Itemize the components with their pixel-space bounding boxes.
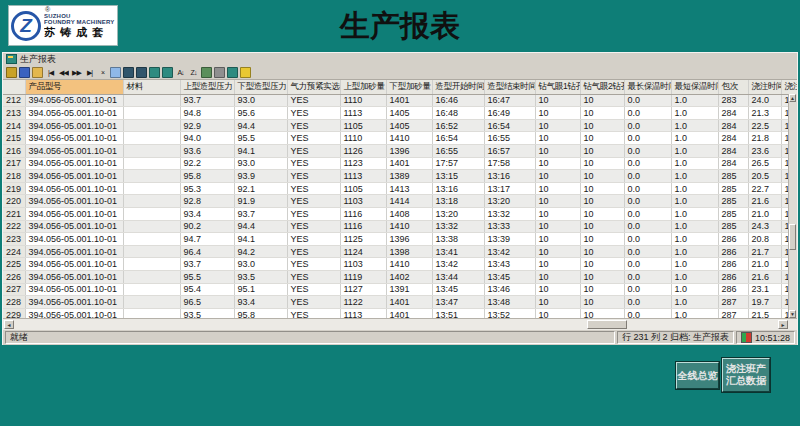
cell[interactable]: 16:54	[432, 132, 484, 145]
cell[interactable]: 394.056-05.001.10-01	[25, 157, 123, 170]
cell[interactable]: 22.7	[748, 182, 781, 195]
cell[interactable]	[123, 271, 180, 284]
cell[interactable]: 1.0	[671, 258, 718, 271]
cell[interactable]: 1.0	[671, 220, 718, 233]
fast-prev-icon[interactable]: ◀◀	[58, 67, 69, 78]
key-icon[interactable]	[6, 67, 17, 78]
cell[interactable]: 95.6	[234, 107, 287, 120]
cell[interactable]: 394.056-05.001.10-01	[25, 258, 123, 271]
cell[interactable]: YES	[287, 233, 340, 246]
cell[interactable]: 394.056-05.001.10-01	[25, 245, 123, 258]
cell[interactable]: 13:32	[484, 207, 535, 220]
cell[interactable]: YES	[287, 170, 340, 183]
cell[interactable]: 94.8	[180, 107, 234, 120]
cell[interactable]: 0.0	[624, 271, 671, 284]
filter-icon[interactable]	[149, 67, 160, 78]
cell[interactable]: 1396	[386, 233, 432, 246]
cell[interactable]: 90.2	[180, 220, 234, 233]
cell[interactable]: 21.0	[748, 258, 781, 271]
row-number[interactable]: 220	[3, 195, 25, 208]
find-icon[interactable]	[162, 67, 173, 78]
cell[interactable]: 10	[580, 94, 624, 107]
cell[interactable]	[123, 245, 180, 258]
cell[interactable]: 13:44	[432, 271, 484, 284]
cell[interactable]	[123, 296, 180, 309]
cell[interactable]: 10	[535, 233, 580, 246]
cell[interactable]: 1125	[340, 233, 386, 246]
cell[interactable]: 13:48	[484, 296, 535, 309]
cell[interactable]: YES	[287, 308, 340, 318]
cell[interactable]: 16:55	[484, 132, 535, 145]
horizontal-scrollbar[interactable]: ◄ ►	[3, 318, 797, 330]
cell[interactable]: 1105	[340, 119, 386, 132]
cell[interactable]: YES	[287, 296, 340, 309]
cell[interactable]: 10	[535, 308, 580, 318]
cell[interactable]: 1113	[340, 107, 386, 120]
cell[interactable]: 16:46	[432, 94, 484, 107]
cell[interactable]: 285	[718, 207, 748, 220]
cell[interactable]: 284	[718, 157, 748, 170]
cell[interactable]: 286	[718, 283, 748, 296]
cell[interactable]: 10	[580, 308, 624, 318]
cell[interactable]: 13:47	[432, 296, 484, 309]
cell[interactable]: 13:20	[432, 207, 484, 220]
cell[interactable]: 17:57	[432, 157, 484, 170]
cell[interactable]: 10	[535, 245, 580, 258]
cell[interactable]: 394.056-05.001.10-01	[25, 296, 123, 309]
cell[interactable]: 13:45	[484, 271, 535, 284]
line-overview-button[interactable]: 全线总览	[676, 362, 719, 389]
cell[interactable]: 394.056-05.001.10-01	[25, 283, 123, 296]
cell[interactable]: 286	[718, 245, 748, 258]
cell[interactable]: 1116	[340, 220, 386, 233]
cell[interactable]: 24.0	[748, 94, 781, 107]
row-number[interactable]: 225	[3, 258, 25, 271]
cell[interactable]: 10	[580, 296, 624, 309]
cell[interactable]: YES	[287, 283, 340, 296]
open-folder-icon[interactable]	[32, 67, 43, 78]
cell[interactable]: 1.0	[671, 94, 718, 107]
cell[interactable]: 1391	[386, 283, 432, 296]
cell[interactable]: 10	[535, 207, 580, 220]
cell[interactable]: 1127	[340, 283, 386, 296]
cell[interactable]: 94.0	[180, 132, 234, 145]
fast-next-icon[interactable]: ▶▶	[71, 67, 82, 78]
cell[interactable]: 1.0	[671, 207, 718, 220]
cell[interactable]: 13:16	[484, 170, 535, 183]
cell[interactable]: 93.6	[180, 144, 234, 157]
cell[interactable]: YES	[287, 195, 340, 208]
cell[interactable]: 95.5	[234, 132, 287, 145]
column-header-浇注温度[interactable]: 浇注温度	[781, 80, 797, 94]
cell[interactable]: 0.0	[624, 283, 671, 296]
cell[interactable]: 13:43	[484, 258, 535, 271]
cell[interactable]: YES	[287, 245, 340, 258]
cell[interactable]: 95.8	[234, 308, 287, 318]
cell[interactable]: 1408	[386, 207, 432, 220]
cell[interactable]	[123, 182, 180, 195]
cell[interactable]: 1124	[340, 245, 386, 258]
cell[interactable]: 284	[718, 119, 748, 132]
column-header-rownum[interactable]	[3, 80, 25, 94]
cell[interactable]: 13:20	[484, 195, 535, 208]
cell[interactable]: 26.5	[748, 157, 781, 170]
cell[interactable]: 21.7	[748, 245, 781, 258]
cell[interactable]: 10	[580, 195, 624, 208]
cell[interactable]: 1396	[386, 144, 432, 157]
cell[interactable]: 13:18	[432, 195, 484, 208]
row-number[interactable]: 227	[3, 283, 25, 296]
cell[interactable]: 1402	[386, 271, 432, 284]
cell[interactable]: 16:49	[484, 107, 535, 120]
cell[interactable]: 92.2	[180, 157, 234, 170]
cell[interactable]: YES	[287, 132, 340, 145]
cell[interactable]: 13:45	[432, 283, 484, 296]
cell[interactable]: 1410	[386, 220, 432, 233]
cell[interactable]: 13:39	[484, 233, 535, 246]
cell[interactable]: 13:42	[484, 245, 535, 258]
row-number[interactable]: 224	[3, 245, 25, 258]
cell[interactable]: 22.5	[748, 119, 781, 132]
copy-icon[interactable]	[110, 67, 121, 78]
cell[interactable]: 0.0	[624, 182, 671, 195]
cell[interactable]: 10	[535, 296, 580, 309]
cell[interactable]: 92.9	[180, 119, 234, 132]
cell[interactable]: 13:38	[432, 233, 484, 246]
column-header-气力预紧实选择[interactable]: 气力预紧实选择	[287, 80, 340, 94]
